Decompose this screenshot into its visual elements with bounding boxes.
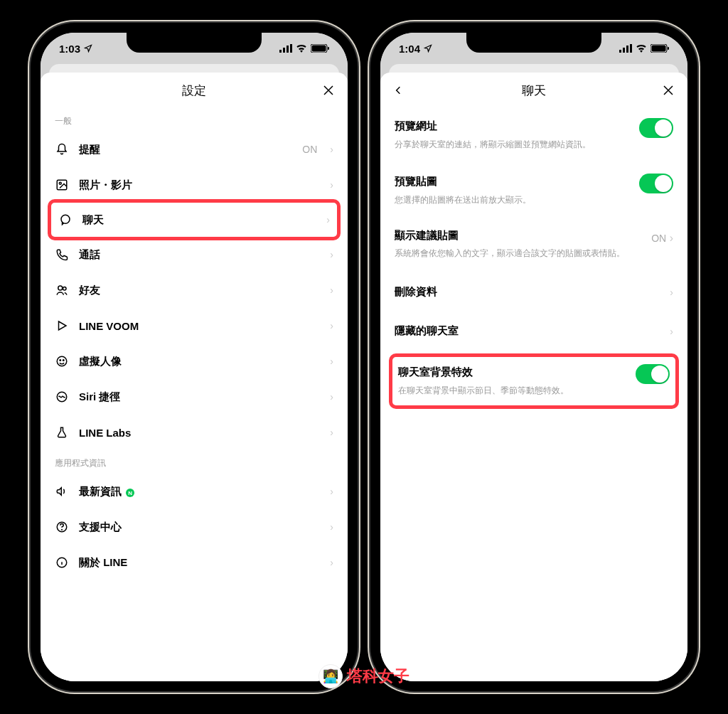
setting-desc: 系統將會依您輸入的文字，顯示適合該文字的貼圖或表情貼。 (395, 247, 673, 260)
svg-point-11 (63, 287, 67, 291)
chevron-right-icon: › (330, 427, 333, 438)
row-label: Siri 捷徑 (79, 390, 320, 404)
flask-icon (55, 425, 69, 439)
row-hidden-chats[interactable]: 隱藏的聊天室 › (380, 311, 687, 351)
svg-point-12 (57, 356, 67, 366)
svg-rect-19 (619, 50, 621, 53)
svg-point-10 (58, 286, 63, 290)
phone-screen: 1:03 設定 (41, 33, 348, 681)
location-icon (424, 44, 432, 53)
chevron-right-icon: › (330, 557, 333, 568)
status-time: 1:03 (59, 43, 80, 55)
setting-desc: 分享於聊天室的連結，將顯示縮圖並預覽網站資訊。 (395, 138, 673, 151)
row-label: 刪除資料 (395, 285, 660, 299)
setting-preview-sticker: 預覽貼圖 您選擇的貼圖將在送出前放大顯示。 (380, 164, 687, 219)
setting-value: ON (651, 233, 666, 244)
phone-mockup-left: 1:03 設定 (31, 23, 358, 691)
chevron-right-icon: › (330, 284, 333, 296)
phone-notch (466, 33, 601, 53)
signal-icon (619, 44, 632, 53)
chevron-right-icon: › (330, 320, 333, 331)
chat-icon (58, 213, 73, 227)
setting-title: 預覽網址 (395, 119, 437, 133)
help-icon (55, 520, 69, 534)
row-news[interactable]: 最新資訊 N › (41, 474, 348, 509)
row-delete-data[interactable]: 刪除資料 › (380, 272, 687, 311)
wifi-icon (296, 44, 307, 53)
section-general: 一般 (41, 108, 348, 132)
row-siri[interactable]: Siri 捷徑 › (41, 379, 348, 415)
battery-icon (651, 44, 669, 53)
setting-desc: 在聊天室背景中顯示節日、季節等動態特效。 (398, 384, 670, 397)
users-icon (55, 283, 69, 297)
row-call[interactable]: 通話 › (41, 237, 348, 272)
phone-notch (127, 33, 262, 53)
new-badge-icon: N (126, 489, 134, 497)
setting-preview-url: 預覽網址 分享於聊天室的連結，將顯示縮圖並預覽網站資訊。 (380, 108, 687, 164)
row-label: 聊天 (82, 213, 316, 227)
watermark-avatar-icon: 👩‍💻 (318, 664, 343, 688)
section-app-info: 應用程式資訊 (41, 450, 348, 474)
chevron-right-icon: › (330, 391, 333, 403)
phone-icon (55, 247, 69, 262)
toggle-bg-effects[interactable] (636, 364, 670, 384)
row-label: 隱藏的聊天室 (395, 324, 660, 338)
row-friends[interactable]: 好友 › (41, 272, 348, 308)
svg-rect-1 (283, 48, 285, 53)
phone-mockup-right: 1:04 (370, 23, 697, 691)
page-title: 設定 (182, 82, 206, 99)
bell-icon (55, 142, 69, 156)
setting-suggest-sticker[interactable]: 顯示建議貼圖 ON › 系統將會依您輸入的文字，顯示適合該文字的貼圖或表情貼。 (380, 219, 687, 272)
row-about[interactable]: 關於 LINE › (41, 545, 348, 580)
svg-point-14 (63, 360, 65, 361)
wifi-icon (636, 44, 647, 53)
row-label: 提醒 (79, 143, 292, 156)
chevron-right-icon: › (330, 179, 333, 191)
toggle-preview-url[interactable] (639, 118, 673, 138)
row-chat-highlighted[interactable]: 聊天 › (48, 199, 341, 240)
back-icon[interactable] (393, 84, 403, 97)
siri-icon (55, 390, 69, 404)
sheet-header: 聊天 (380, 73, 687, 108)
sheet-background: 聊天 預覽網址 分享於聊天室的連結，將顯示縮圖並預覽網站資訊。 預覽貼圖 (380, 64, 687, 681)
svg-rect-5 (312, 46, 326, 52)
row-notifications[interactable]: 提醒 ON › (41, 132, 348, 167)
setting-title: 顯示建議貼圖 (395, 229, 459, 243)
close-icon[interactable] (662, 84, 675, 97)
watermark-text: 塔科女子 (347, 666, 410, 687)
row-label: LINE VOOM (79, 320, 320, 332)
chevron-right-icon: › (330, 356, 333, 367)
row-label: 好友 (79, 284, 320, 297)
row-photos-videos[interactable]: 照片・影片 › (41, 167, 348, 203)
sheet-background: 設定 一般 提醒 ON › (41, 64, 348, 681)
svg-rect-2 (287, 46, 289, 53)
close-icon[interactable] (322, 84, 335, 97)
row-label: 通話 (79, 248, 320, 262)
location-icon (84, 44, 92, 53)
row-label: 虛擬人像 (79, 355, 320, 368)
svg-rect-21 (626, 46, 628, 53)
svg-rect-3 (290, 44, 292, 53)
sheet-header: 設定 (41, 73, 348, 108)
battery-icon (311, 44, 329, 53)
signal-icon (279, 44, 292, 53)
face-icon (55, 354, 69, 368)
svg-point-17 (62, 529, 63, 530)
chevron-right-icon: › (330, 249, 333, 260)
svg-rect-6 (328, 47, 329, 50)
chevron-right-icon: › (670, 287, 673, 298)
svg-rect-25 (668, 47, 669, 50)
play-icon (55, 319, 69, 333)
row-label: LINE Labs (79, 427, 320, 439)
toggle-preview-sticker[interactable] (639, 174, 673, 193)
setting-desc: 您選擇的貼圖將在送出前放大顯示。 (395, 193, 673, 206)
row-support[interactable]: 支援中心 › (41, 509, 348, 545)
setting-bg-effects-highlighted: 聊天室背景特效 在聊天室背景中顯示節日、季節等動態特效。 (389, 353, 679, 409)
row-label: 照片・影片 (79, 178, 320, 192)
svg-rect-24 (652, 46, 666, 52)
row-avatar[interactable]: 虛擬人像 › (41, 343, 348, 379)
setting-title: 預覽貼圖 (395, 175, 437, 188)
row-line-labs[interactable]: LINE Labs › (41, 415, 348, 450)
row-line-voom[interactable]: LINE VOOM › (41, 308, 348, 343)
chevron-right-icon: › (670, 232, 673, 244)
